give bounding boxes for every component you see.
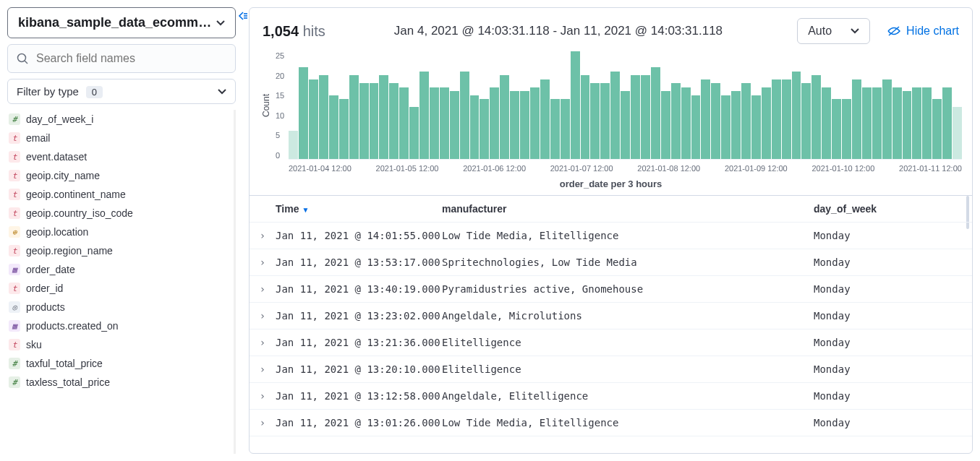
field-item[interactable]: tevent.dataset	[7, 147, 231, 166]
chart-bar[interactable]	[651, 67, 660, 159]
col-time[interactable]: Time▼	[276, 203, 440, 215]
chart-bar[interactable]	[811, 75, 821, 159]
chart-bar[interactable]	[370, 83, 379, 159]
chart-bar[interactable]	[661, 91, 670, 159]
chart-bar[interactable]	[440, 87, 449, 159]
field-item[interactable]: #taxful_total_price	[7, 354, 231, 373]
chart-bar[interactable]	[691, 95, 701, 159]
chart-bar[interactable]	[460, 72, 469, 159]
expand-row-button[interactable]: ›	[250, 283, 276, 295]
chart-bar[interactable]	[470, 95, 480, 159]
chart-bar[interactable]	[409, 107, 419, 159]
chart-bar[interactable]	[349, 75, 359, 159]
chart-bar[interactable]	[681, 87, 691, 159]
chart-bar[interactable]	[762, 87, 771, 159]
field-list[interactable]: #day_of_week_itemailtevent.datasettgeoip…	[7, 110, 236, 454]
field-item[interactable]: tgeoip.region_name	[7, 241, 231, 260]
chart-bar[interactable]	[490, 87, 499, 159]
chart-bar[interactable]	[741, 83, 751, 159]
hide-chart-button[interactable]: Hide chart	[887, 25, 959, 38]
field-item[interactable]: torder_id	[7, 279, 231, 298]
field-item[interactable]: ▦order_date	[7, 260, 231, 279]
chart-bar[interactable]	[932, 99, 942, 159]
chart-bar[interactable]	[480, 99, 489, 159]
chart-bar[interactable]	[319, 75, 328, 159]
field-item[interactable]: ▦products.created_on	[7, 316, 231, 335]
col-day-of-week[interactable]: day_of_week	[812, 203, 966, 215]
chart-bar[interactable]	[571, 51, 580, 159]
chart[interactable]: Count 2520151050 2021-01-04 12:002021-01…	[250, 48, 972, 195]
chart-bar[interactable]	[329, 95, 338, 159]
filter-by-type[interactable]: Filter by type 0	[7, 79, 236, 104]
chart-bar[interactable]	[520, 91, 529, 159]
results-table[interactable]: Time▼ manufacturer day_of_week ›Jan 11, …	[250, 195, 972, 453]
expand-row-button[interactable]: ›	[250, 337, 276, 348]
chart-bar[interactable]	[610, 72, 620, 159]
field-item[interactable]: tgeoip.continent_name	[7, 185, 231, 204]
chart-bar[interactable]	[309, 79, 318, 159]
chart-bar[interactable]	[882, 79, 892, 159]
chart-bar[interactable]	[641, 75, 650, 159]
chart-bar[interactable]	[731, 91, 741, 159]
chart-bar[interactable]	[782, 79, 791, 159]
chart-bar[interactable]	[721, 95, 730, 159]
field-item[interactable]: #day_of_week_i	[7, 110, 231, 129]
field-item[interactable]: ⊕geoip.location	[7, 223, 231, 241]
chart-bar[interactable]	[510, 91, 519, 159]
field-item[interactable]: tgeoip.country_iso_code	[7, 204, 231, 223]
expand-row-button[interactable]: ›	[250, 390, 276, 402]
chart-bar[interactable]	[561, 99, 570, 159]
chart-bar[interactable]	[912, 87, 921, 159]
chart-bar[interactable]	[389, 83, 399, 159]
chart-bar[interactable]	[922, 87, 932, 159]
field-item[interactable]: tgeoip.city_name	[7, 166, 231, 185]
chart-bar[interactable]	[500, 75, 509, 159]
chart-bar[interactable]	[903, 91, 912, 159]
expand-row-button[interactable]: ›	[250, 363, 276, 375]
expand-row-button[interactable]: ›	[250, 310, 276, 322]
chart-bar[interactable]	[339, 99, 349, 159]
chart-bar[interactable]	[942, 87, 952, 159]
chart-bar[interactable]	[540, 79, 550, 159]
chart-bar[interactable]	[701, 79, 710, 159]
chart-bar[interactable]	[631, 75, 640, 159]
field-item[interactable]: tsku	[7, 335, 231, 354]
chart-bar[interactable]	[953, 107, 962, 159]
field-search[interactable]	[7, 44, 236, 73]
chart-bar[interactable]	[832, 99, 841, 159]
chart-bar[interactable]	[862, 87, 872, 159]
chart-bar[interactable]	[359, 83, 369, 159]
chart-bar[interactable]	[822, 87, 831, 159]
chart-bar[interactable]	[792, 72, 801, 159]
collapse-sidebar-button[interactable]	[236, 0, 249, 461]
chart-bar[interactable]	[621, 91, 630, 159]
chart-bar[interactable]	[842, 99, 851, 159]
chart-bar[interactable]	[751, 95, 761, 159]
expand-row-button[interactable]: ›	[250, 230, 276, 241]
chart-bar[interactable]	[892, 87, 902, 159]
field-item[interactable]: #taxless_total_price	[7, 373, 231, 392]
chart-bar[interactable]	[430, 87, 439, 159]
chart-bar[interactable]	[550, 99, 560, 159]
index-pattern-selector[interactable]: kibana_sample_data_ecomm…	[7, 7, 236, 38]
chart-bar[interactable]	[450, 91, 459, 159]
field-search-input[interactable]	[36, 52, 226, 65]
chart-bar[interactable]	[289, 131, 298, 159]
chart-bar[interactable]	[590, 83, 600, 159]
field-item[interactable]: ◎products	[7, 298, 231, 316]
chart-bar[interactable]	[801, 83, 811, 159]
chart-bar[interactable]	[600, 83, 610, 159]
chart-bar[interactable]	[852, 79, 861, 159]
expand-row-button[interactable]: ›	[250, 417, 276, 428]
chart-bar[interactable]	[299, 67, 308, 159]
chart-bar[interactable]	[419, 72, 429, 159]
expand-row-button[interactable]: ›	[250, 257, 276, 268]
chart-bar[interactable]	[671, 83, 681, 159]
chart-bar[interactable]	[581, 75, 590, 159]
chart-bar[interactable]	[872, 87, 882, 159]
field-item[interactable]: temail	[7, 129, 231, 147]
chart-bar[interactable]	[399, 87, 409, 159]
interval-select[interactable]: Auto	[797, 18, 870, 44]
chart-bar[interactable]	[530, 87, 540, 159]
chart-bar[interactable]	[379, 75, 388, 159]
